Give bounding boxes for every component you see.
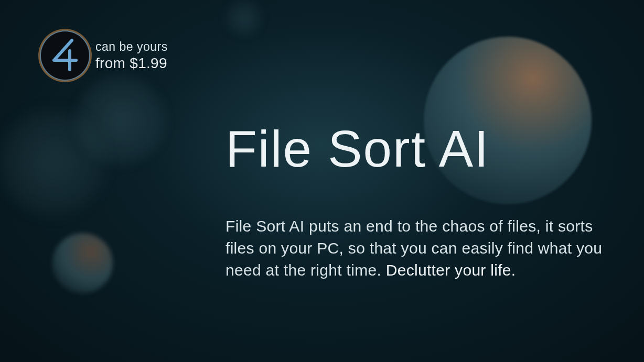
product-title: File Sort AI [226,123,613,174]
logo-circle [41,31,89,80]
bokeh-circle-medium-2 [0,110,105,215]
logo-four-icon [49,37,81,74]
bokeh-circle-tiny [226,0,262,37]
price-tagline: can be yours [95,40,168,54]
price-badge: can be yours from $1.99 [41,31,168,80]
product-description: File Sort AI puts an end to the chaos of… [226,215,613,281]
price-value: from $1.99 [95,55,168,72]
main-content: File Sort AI File Sort AI puts an end to… [226,123,613,281]
bokeh-circle-medium [76,76,165,165]
bokeh-circle-small [52,233,113,293]
description-emphasis: Declutter your life. [386,261,516,279]
price-badge-text: can be yours from $1.99 [95,40,168,72]
